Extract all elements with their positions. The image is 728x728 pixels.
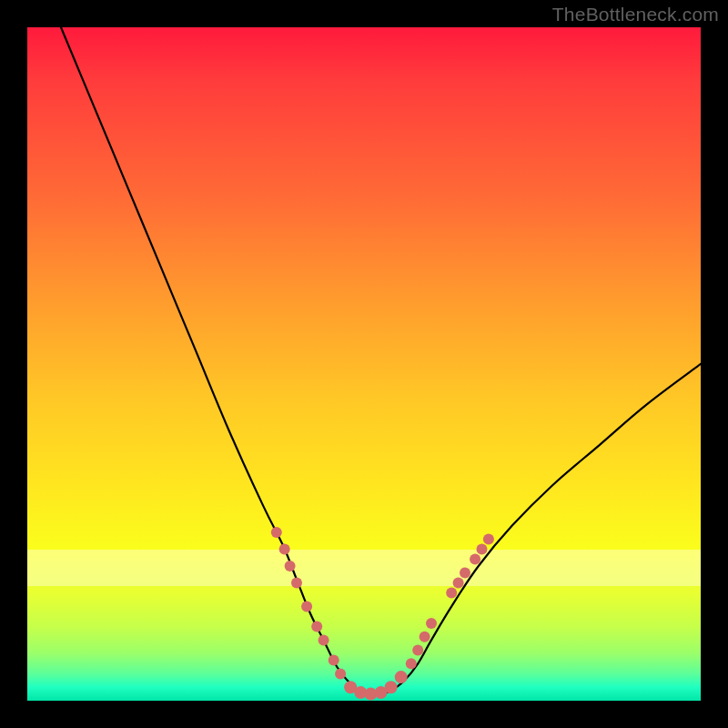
data-point xyxy=(395,671,408,683)
data-point xyxy=(453,578,464,589)
bottleneck-curve xyxy=(61,27,701,695)
data-point xyxy=(329,655,339,666)
data-point xyxy=(279,544,290,555)
data-point xyxy=(420,632,430,642)
curve-layer xyxy=(27,27,701,701)
data-markers xyxy=(271,527,494,701)
watermark-text: TheBottleneck.com xyxy=(552,4,719,25)
data-point xyxy=(483,533,494,544)
data-point xyxy=(412,645,423,656)
data-point xyxy=(318,634,329,645)
data-point xyxy=(291,578,302,589)
data-point xyxy=(385,681,398,693)
data-point xyxy=(311,622,322,632)
data-point xyxy=(426,618,437,629)
data-point xyxy=(335,668,346,679)
data-point xyxy=(460,567,470,578)
data-point xyxy=(446,588,457,599)
data-point xyxy=(477,544,488,555)
plot-area xyxy=(27,27,701,701)
data-point xyxy=(470,554,480,565)
data-point xyxy=(406,658,417,669)
data-point xyxy=(301,601,312,612)
chart-frame: TheBottleneck.com xyxy=(0,0,728,728)
data-point xyxy=(285,561,296,571)
data-point xyxy=(271,527,282,538)
